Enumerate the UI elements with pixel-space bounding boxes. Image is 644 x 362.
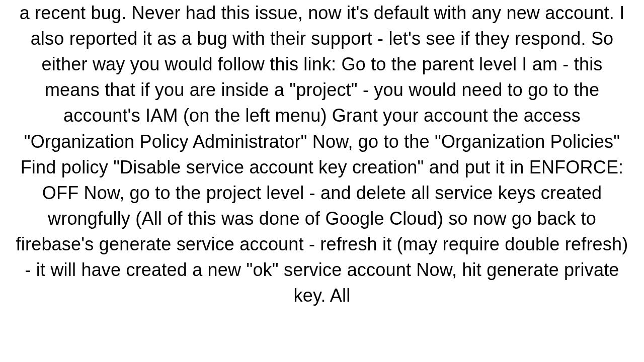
body-text: a recent bug. Never had this issue, now … [16, 3, 628, 306]
document-body: a recent bug. Never had this issue, now … [0, 0, 644, 362]
